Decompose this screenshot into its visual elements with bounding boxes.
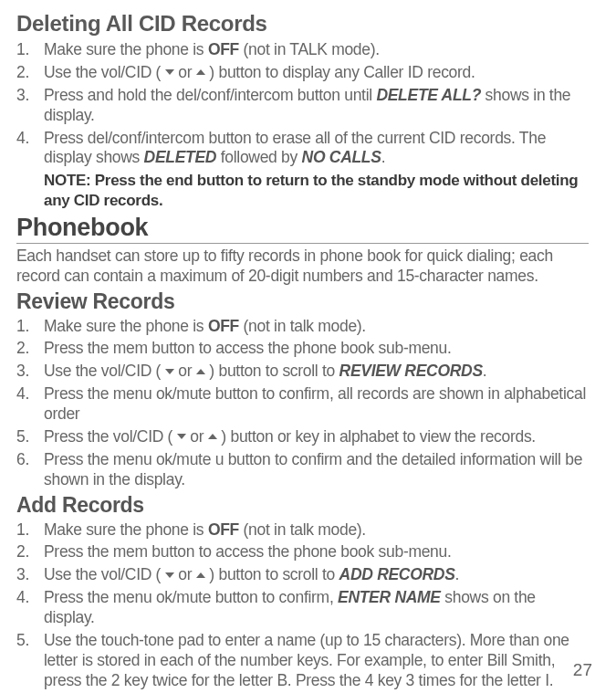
section-title-add: Add Records [16,493,589,518]
section-title-deleting: Deleting All CID Records [16,11,589,37]
section-title-phonebook: Phonebook [16,214,589,244]
list-item: Make sure the phone is OFF (not in TALK … [16,40,589,60]
list-item: Use the vol/CID ( or ) button to scroll … [16,362,589,382]
section-title-review: Review Records [16,289,589,314]
list-item: Make sure the phone is OFF (not in talk … [16,317,589,337]
review-list: Make sure the phone is OFF (not in talk … [16,317,589,490]
list-item: Press del/conf/intercom button to erase … [16,129,589,169]
down-triangle-icon [165,69,174,75]
list-item: Press the mem button to access the phone… [16,339,589,359]
list-item: Press the vol/CID ( or ) button or key i… [16,427,589,447]
down-triangle-icon [165,572,174,578]
up-triangle-icon [208,434,217,439]
deleting-list: Make sure the phone is OFF (not in TALK … [16,40,589,168]
list-item: Press the menu ok/mute u button to confi… [16,450,589,490]
page-number: 27 [573,660,592,680]
up-triangle-icon [196,369,205,374]
list-item: Use the vol/CID ( or ) button to scroll … [16,565,589,585]
down-triangle-icon [177,434,186,439]
add-list: Make sure the phone is OFF (not in talk … [16,520,589,694]
note-text: NOTE: Press the end button to return to … [16,171,589,210]
up-triangle-icon [196,69,205,75]
list-item: Use the touch-tone pad to enter a name (… [16,631,589,693]
list-item: Press the menu ok/mute button to confirm… [16,588,589,628]
list-item: Use the vol/CID ( or ) button to display… [16,63,589,83]
phonebook-intro: Each handset can store up to fifty recor… [16,247,589,287]
up-triangle-icon [196,572,205,578]
list-item: Press and hold the del/conf/intercom but… [16,86,589,126]
list-item: Make sure the phone is OFF (not in talk … [16,520,589,541]
down-triangle-icon [165,369,174,374]
list-item: Press the mem button to access the phone… [16,542,589,562]
list-item: Press the menu ok/mute button to confirm… [16,384,589,425]
